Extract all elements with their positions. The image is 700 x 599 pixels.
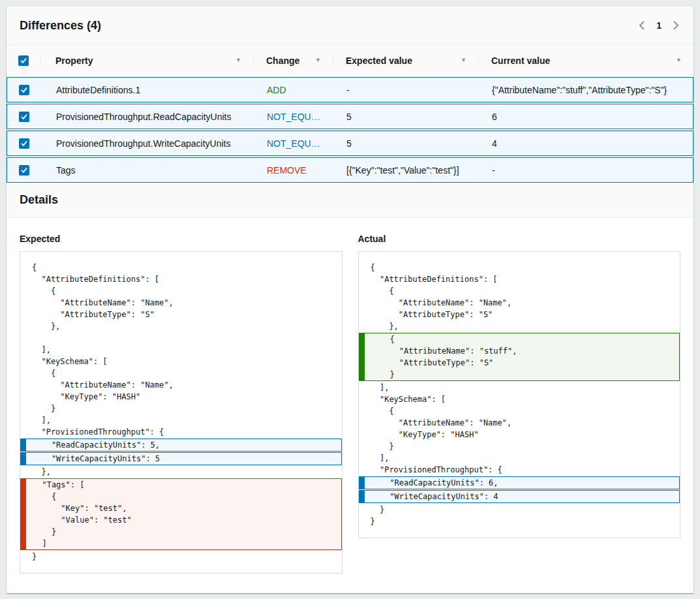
- expected-panel-label: Expected: [20, 234, 342, 244]
- column-header-current-value: Current value ▼: [478, 45, 693, 76]
- select-all-cell: [7, 55, 40, 66]
- differences-title: Differences (4): [20, 19, 101, 33]
- diff-marker-bar: [359, 477, 365, 489]
- code-line: "ReadCapacityUnits": 5,: [21, 439, 341, 451]
- row-checkbox-cell: [7, 138, 41, 149]
- actual-code-box: { "AttributeDefinitions": [ { "Attribute…: [358, 251, 681, 538]
- actual-panel: Actual { "AttributeDefinitions": [ { "At…: [358, 234, 681, 538]
- diff-marker-bar: [359, 333, 365, 380]
- cell-current-value: 4: [479, 138, 693, 149]
- code-line: "KeySchema": [: [20, 356, 342, 367]
- sort-dropdown-icon[interactable]: ▼: [461, 57, 466, 63]
- diff-marker-bar: [21, 453, 26, 465]
- column-header-property: Property ▼: [40, 45, 253, 76]
- code-line: },: [20, 320, 342, 332]
- code-line: {: [359, 285, 680, 297]
- code-line: "AttributeName": "Name",: [20, 379, 342, 391]
- code-line: ]: [21, 538, 341, 549]
- column-header-change: Change ▼: [253, 45, 333, 76]
- details-title: Details: [20, 193, 680, 207]
- cell-property: AttributeDefinitions.1: [41, 85, 254, 95]
- code-line: }: [21, 526, 341, 538]
- row-checkbox-cell: [7, 112, 41, 122]
- row-checkbox[interactable]: [19, 85, 29, 95]
- code-line: [20, 332, 342, 344]
- code-line: "WriteCapacityUnits": 4: [359, 491, 680, 502]
- differences-header: Differences (4) 1: [7, 7, 693, 45]
- code-line: ],: [20, 344, 342, 356]
- diff-change-block: "WriteCapacityUnits": 4: [359, 490, 680, 503]
- code-line: },: [20, 466, 342, 478]
- row-checkbox[interactable]: [19, 112, 29, 122]
- table-row[interactable]: ProvisionedThroughput.WriteCapacityUnits…: [7, 131, 693, 156]
- sort-dropdown-icon[interactable]: ▼: [236, 57, 241, 63]
- cell-expected-value: [{"Key":"test","Value":"test"}]: [333, 165, 479, 176]
- row-checkbox[interactable]: [19, 138, 29, 149]
- code-line: "WriteCapacityUnits": 5: [21, 453, 341, 465]
- code-line: "Tags": [: [21, 479, 341, 491]
- pagination-prev-button[interactable]: [637, 20, 646, 31]
- pagination: 1: [637, 20, 680, 31]
- code-line: {: [20, 262, 342, 273]
- column-header-label: Expected value: [346, 55, 412, 66]
- diff-table-header: Property ▼ Change ▼ Expected value ▼ Cur…: [7, 45, 693, 76]
- code-line: {: [359, 405, 680, 417]
- code-line: "ProvisionedThroughput": {: [20, 426, 342, 438]
- code-line: "AttributeType": "S": [20, 309, 342, 320]
- table-row[interactable]: TagsREMOVE[{"Key":"test","Value":"test"}…: [7, 157, 693, 183]
- code-line: "KeyType": "HASH": [359, 429, 680, 440]
- cell-current-value: {"AttributeName":"stuff","AttributeType"…: [479, 85, 693, 95]
- sort-dropdown-icon[interactable]: ▼: [315, 57, 321, 63]
- diff-change-block: "WriteCapacityUnits": 5: [20, 452, 342, 465]
- diff-change-block: "ReadCapacityUnits": 5,: [20, 438, 342, 452]
- diff-table-rows: AttributeDefinitions.1ADD-{"AttributeNam…: [7, 77, 693, 183]
- table-row[interactable]: ProvisionedThroughput.ReadCapacityUnitsN…: [7, 104, 693, 129]
- pagination-next-button[interactable]: [672, 20, 680, 31]
- code-line: {: [21, 491, 341, 502]
- sort-dropdown-icon[interactable]: ▼: [676, 57, 682, 63]
- select-all-checkbox[interactable]: [18, 55, 29, 66]
- code-line: }: [20, 403, 342, 414]
- row-checkbox-cell: [7, 85, 41, 95]
- diff-add-block: { "AttributeName": "stuff", "AttributeTy…: [359, 333, 680, 381]
- code-line: {: [359, 262, 680, 273]
- code-line: "Value": "test": [21, 514, 341, 526]
- check-icon: [21, 114, 27, 120]
- diff-marker-bar: [21, 439, 26, 451]
- diff-marker-bar: [21, 479, 26, 549]
- code-line: },: [359, 320, 680, 332]
- code-line: {: [20, 285, 342, 297]
- cell-property: ProvisionedThroughput.ReadCapacityUnits: [41, 112, 254, 122]
- code-line: }: [359, 440, 680, 452]
- code-line: ],: [359, 382, 680, 393]
- cell-expected-value: 5: [333, 112, 479, 122]
- code-line: {: [20, 367, 342, 379]
- cell-change: NOT_EQUAL: [254, 138, 333, 149]
- expected-panel: Expected { "AttributeDefinitions": [ { "…: [20, 234, 342, 574]
- code-line: "AttributeName": "Name",: [20, 297, 342, 309]
- code-line: "KeyType": "HASH": [20, 391, 342, 403]
- expected-code-box: { "AttributeDefinitions": [ { "Attribute…: [20, 251, 342, 574]
- row-checkbox[interactable]: [19, 165, 29, 176]
- check-icon: [21, 87, 27, 93]
- chevron-left-icon: [639, 21, 645, 30]
- column-header-label: Change: [266, 55, 299, 66]
- code-line: "AttributeType": "S": [359, 309, 680, 320]
- cell-change: ADD: [254, 85, 333, 95]
- pagination-current-page: 1: [656, 20, 662, 31]
- details-body: Expected { "AttributeDefinitions": [ { "…: [7, 218, 693, 593]
- check-icon: [21, 167, 27, 174]
- cell-property: Tags: [41, 165, 254, 176]
- table-row[interactable]: AttributeDefinitions.1ADD-{"AttributeNam…: [7, 77, 693, 102]
- cell-change: REMOVE: [254, 165, 333, 176]
- code-line: "AttributeName": "Name",: [359, 417, 680, 429]
- diff-viewer-card: Differences (4) 1 Property ▼ Change ▼ Ex: [7, 7, 693, 593]
- code-line: "AttributeName": "Name",: [359, 297, 680, 309]
- code-line: "AttributeDefinitions": [: [359, 273, 680, 285]
- code-line: }: [359, 369, 680, 380]
- cell-change: NOT_EQUAL: [254, 112, 333, 122]
- column-header-label: Current value: [491, 55, 550, 66]
- code-line: "AttributeDefinitions": [: [20, 273, 342, 285]
- column-header-label: Property: [55, 55, 93, 66]
- code-line: "ProvisionedThroughput": {: [359, 464, 680, 476]
